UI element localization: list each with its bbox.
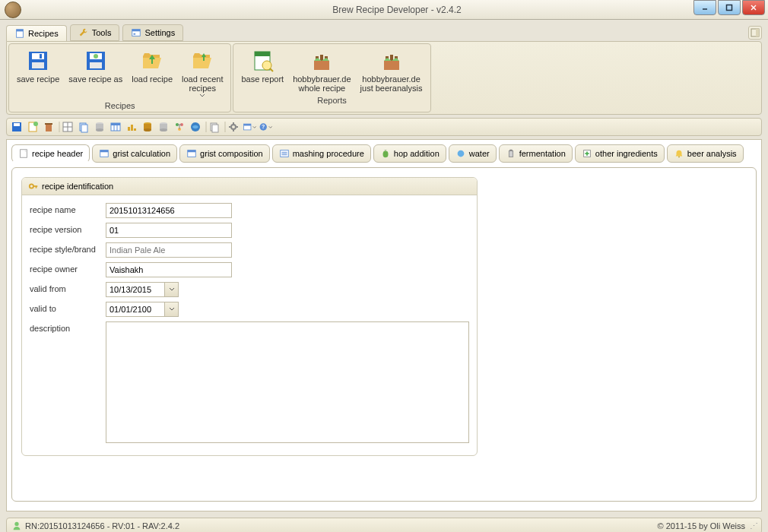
- dropdown-icon: [252, 125, 256, 129]
- qt-help-button[interactable]: ?: [259, 120, 272, 134]
- qt-table-button[interactable]: [109, 120, 122, 134]
- save-recipe-button[interactable]: save recipe: [12, 47, 64, 100]
- tab-fermentation[interactable]: fermentation: [499, 144, 573, 163]
- ribbon-group-recipes: save recipe save recipe as load recipe l…: [8, 43, 231, 112]
- ribbon-area: Recipes Tools Settings save recipe save …: [0, 20, 768, 115]
- svg-rect-10: [756, 29, 759, 36]
- qt-db3-button[interactable]: [157, 120, 170, 134]
- label-recipe-name: recipe name: [30, 203, 106, 214]
- recipe-version-input[interactable]: [106, 223, 232, 238]
- panel-icon: [751, 28, 760, 37]
- panel-header: recipe identification: [22, 178, 477, 195]
- subtab-label: recipe header: [32, 149, 83, 158]
- gear-icon: [227, 121, 240, 133]
- valid-from-input[interactable]: [106, 282, 165, 297]
- svg-rect-35: [46, 125, 52, 131]
- load-recent-recipes-button[interactable]: load recent recipes: [177, 47, 227, 100]
- status-right: © 2011-15 by Oli Weiss: [657, 521, 745, 530]
- svg-rect-1: [727, 5, 732, 11]
- svg-rect-32: [14, 123, 20, 126]
- recipe-name-input[interactable]: [106, 203, 232, 218]
- svg-rect-47: [111, 123, 120, 125]
- label-valid-to: valid to: [30, 302, 106, 313]
- ribbon-item-label: hobbybrauer.de just beeranalysis: [360, 74, 423, 93]
- copy-icon: [208, 121, 221, 133]
- qt-save-button[interactable]: [10, 120, 24, 134]
- valid-to-input[interactable]: [106, 302, 165, 317]
- svg-point-45: [96, 128, 103, 131]
- trash-icon: [43, 121, 55, 133]
- quick-toolbar: ?: [6, 118, 762, 136]
- hobbybrauer-beeranalysis-button[interactable]: hobbybrauer.de just beeranalysis: [356, 47, 427, 94]
- folder-recent-icon: [190, 49, 214, 73]
- svg-point-58: [160, 128, 167, 131]
- table-icon: [109, 121, 122, 133]
- ribbon-tab-recipes[interactable]: Recipes: [6, 25, 67, 41]
- qt-delete-button[interactable]: [42, 120, 56, 134]
- svg-line-22: [270, 68, 273, 71]
- svg-point-69: [231, 125, 236, 129]
- svg-rect-8: [134, 33, 136, 35]
- qt-copy2-button[interactable]: [208, 120, 221, 134]
- tab-mashing-procedure[interactable]: mashing procedure: [272, 144, 371, 163]
- add-icon: [582, 148, 592, 159]
- database-icon: [94, 121, 106, 133]
- recipe-style-input[interactable]: [106, 242, 232, 258]
- close-button[interactable]: [742, 0, 765, 15]
- svg-text:?: ?: [262, 125, 265, 130]
- tab-other-ingredients[interactable]: other ingredients: [575, 144, 665, 163]
- hobbybrauer-whole-recipe-button[interactable]: hobbybrauer.de whole recipe: [288, 47, 355, 94]
- qt-molecule-button[interactable]: [173, 120, 186, 134]
- tab-recipe-header[interactable]: recipe header: [11, 144, 90, 163]
- qt-chart-button[interactable]: [125, 120, 138, 134]
- svg-rect-14: [32, 62, 44, 68]
- tab-hop-addition[interactable]: hop addition: [373, 144, 446, 163]
- chevron-down-icon: [169, 287, 175, 292]
- tab-beer-analysis[interactable]: beer analysis: [667, 144, 744, 163]
- load-recipe-button[interactable]: load recipe: [127, 47, 177, 100]
- tab-grist-calculation[interactable]: grist calculation: [92, 144, 177, 163]
- chevron-down-icon: [169, 307, 175, 312]
- qt-cylinder-button[interactable]: [93, 120, 106, 134]
- subtab-label: hop addition: [394, 149, 440, 158]
- svg-rect-90: [509, 151, 513, 157]
- qt-globe-button[interactable]: [189, 120, 202, 134]
- qt-gear-button[interactable]: [227, 120, 240, 134]
- save-recipe-as-button[interactable]: save recipe as: [64, 47, 127, 100]
- ribbon-collapse-button[interactable]: [748, 26, 762, 40]
- recipe-owner-input[interactable]: [106, 262, 232, 277]
- tab-water[interactable]: water: [449, 144, 497, 163]
- valid-to-datepicker-button[interactable]: [165, 302, 179, 317]
- qt-grid-button[interactable]: [61, 120, 75, 134]
- svg-rect-52: [134, 128, 136, 131]
- save-icon: [11, 121, 23, 133]
- qt-window-button[interactable]: [243, 120, 256, 134]
- ribbon-tab-settings[interactable]: Settings: [122, 24, 183, 41]
- description-textarea[interactable]: [106, 321, 469, 443]
- ribbon-tab-tools[interactable]: Tools: [70, 24, 120, 41]
- table-icon: [99, 148, 109, 159]
- svg-rect-7: [132, 30, 141, 32]
- minimize-button[interactable]: [693, 0, 716, 15]
- hop-icon: [380, 148, 391, 159]
- tab-grist-composition[interactable]: grist composition: [179, 144, 270, 163]
- subtab-label: fermentation: [519, 149, 566, 158]
- panel-body: recipe name recipe version recipe style/…: [22, 195, 477, 455]
- resize-grip[interactable]: ⋰: [750, 521, 757, 531]
- base-report-button[interactable]: base report: [236, 47, 288, 94]
- qt-new-button[interactable]: [26, 120, 40, 134]
- valid-from-datepicker-button[interactable]: [165, 282, 179, 297]
- database-icon: [141, 121, 154, 133]
- maximize-button[interactable]: [718, 0, 741, 15]
- subtab-label: beer analysis: [687, 149, 737, 158]
- svg-rect-36: [45, 123, 52, 125]
- ribbon-group-label: Recipes: [12, 100, 227, 110]
- save-icon: [26, 49, 50, 73]
- svg-rect-20: [255, 52, 270, 56]
- qt-db2-button[interactable]: [141, 120, 154, 134]
- ribbon-group-label: Reports: [236, 94, 427, 105]
- qt-copy-button[interactable]: [77, 120, 90, 134]
- label-recipe-owner: recipe owner: [30, 262, 106, 274]
- panel-title: recipe identification: [42, 182, 113, 191]
- grid-icon: [62, 121, 74, 133]
